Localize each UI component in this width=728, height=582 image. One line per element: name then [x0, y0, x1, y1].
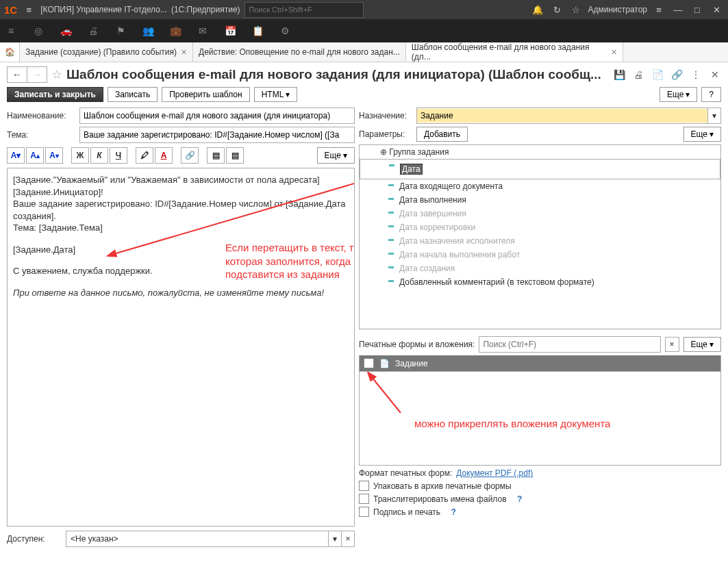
attachment-row[interactable]: 📄 Задание [359, 355, 721, 372]
html-dropdown[interactable]: HTML▾ [254, 87, 298, 102]
help-icon[interactable]: ? [517, 494, 522, 504]
svg-line-1 [372, 377, 401, 413]
close-icon[interactable]: ✕ [709, 69, 721, 80]
more-icon[interactable]: ⋮ [690, 69, 702, 80]
tree-item[interactable]: Дата выполнения [360, 193, 720, 207]
write-close-button[interactable]: Записать и закрыть [7, 87, 103, 102]
help-button[interactable]: ? [701, 87, 721, 102]
tree-item[interactable]: Дата завершения [360, 207, 720, 220]
tree-item[interactable]: Дата [360, 159, 720, 179]
attachments-area: можно прикреплять вложения документа [359, 372, 721, 466]
editor-line: [Задание."Уважаемый" или "Уважаемая" в з… [13, 174, 349, 198]
favorite-icon[interactable]: ☆ [51, 67, 62, 82]
close-window-icon[interactable]: ✕ [709, 5, 724, 15]
chevron-down-icon[interactable]: ▾ [707, 108, 720, 123]
nav-back-icon[interactable]: ← [8, 67, 27, 82]
tree-item[interactable]: Дата корректировки [360, 220, 720, 234]
title-bar: 1C ≡ [КОПИЯ] Управление IT-отдело... (1С… [0, 0, 728, 19]
lifebuoy-icon[interactable]: ◎ [32, 25, 45, 36]
car-icon[interactable]: 🚗 [59, 25, 73, 36]
more-button[interactable]: Еще▾ [660, 87, 697, 102]
save-icon[interactable]: 💾 [613, 69, 625, 80]
tree-item[interactable]: Дата назначения исполнителя [360, 234, 720, 248]
name-input[interactable] [79, 107, 355, 124]
translit-checkbox[interactable] [359, 494, 369, 504]
attach-checkbox[interactable] [364, 358, 374, 368]
add-button[interactable]: Добавить [416, 127, 468, 142]
access-select[interactable]: <Не указан> ▾ × [66, 531, 355, 547]
list-bullet-button[interactable]: ▤ [207, 147, 225, 164]
menu-icon[interactable]: ≡ [4, 25, 18, 36]
star-icon[interactable]: ☆ [568, 5, 583, 15]
body-editor[interactable]: [Задание."Уважаемый" или "Уважаемая" в з… [7, 168, 355, 527]
pack-checkbox[interactable] [359, 481, 369, 491]
attach-label: Задание [395, 359, 428, 368]
tab-template[interactable]: Шаблон сообщения e-mail для нового задан… [406, 42, 623, 62]
print-icon[interactable]: 🖨 [632, 69, 644, 80]
prints-more-button[interactable]: Еще▾ [683, 337, 721, 352]
nav-fwd-icon[interactable]: → [27, 67, 47, 82]
pack-label: Упаковать в архив печатные формы [373, 481, 512, 491]
gear-icon[interactable]: ⚙ [278, 25, 292, 36]
sign-checkbox[interactable] [359, 507, 369, 517]
clipboard-icon[interactable]: 📋 [251, 25, 264, 36]
tree-item[interactable]: Дата начала выполнения работ [360, 248, 720, 262]
history-icon[interactable]: ↻ [549, 5, 564, 15]
font-increase-button[interactable]: A▴ [26, 147, 44, 164]
sign-label: Подпись и печать [373, 507, 440, 517]
help-icon[interactable]: ? [451, 507, 455, 517]
params-tree[interactable]: ⊕ Группа задания Дата Дата входящего док… [359, 144, 721, 329]
print-icon[interactable]: 🖨 [86, 25, 100, 36]
highlight-button[interactable]: 🖍 [136, 147, 153, 164]
insert-link-button[interactable]: 🔗 [181, 147, 199, 164]
tab-task[interactable]: Задание (создание) (Правило события)✕ [20, 42, 193, 62]
close-icon[interactable]: ✕ [611, 48, 617, 57]
font-decrease-button[interactable]: A▾ [45, 147, 63, 164]
briefcase-icon[interactable]: 💼 [168, 25, 182, 36]
users-icon[interactable]: 👥 [141, 25, 155, 36]
calendar-icon[interactable]: 📅 [223, 25, 237, 36]
tree-item[interactable]: Добавленный комментарий (в текстовом фор… [360, 275, 720, 289]
editor-line: При ответе на данное письмо, пожалуйста,… [13, 287, 349, 299]
menu-icon[interactable]: ≡ [21, 5, 36, 15]
link-icon[interactable]: 🔗 [670, 69, 683, 80]
chevron-down-icon[interactable]: ▾ [328, 531, 341, 546]
user-label: Администратор [588, 5, 647, 14]
list-number-button[interactable]: ▤ [226, 147, 244, 164]
dest-select[interactable]: ▾ [416, 107, 721, 124]
format-link[interactable]: Документ PDF (.pdf) [456, 468, 533, 478]
minimize-icon[interactable]: — [670, 5, 686, 15]
bell-icon[interactable]: 🔔 [530, 5, 545, 15]
prints-search-input[interactable] [479, 336, 660, 353]
clear-icon[interactable]: × [341, 531, 354, 546]
tree-root[interactable]: ⊕ Группа задания [360, 145, 720, 159]
tree-item[interactable]: Дата создания [360, 262, 720, 275]
italic-button[interactable]: К [90, 147, 108, 164]
app-logo: 1C [4, 4, 17, 16]
check-template-button[interactable]: Проверить шаблон [162, 87, 249, 102]
editor-more-button[interactable]: Еще▾ [317, 147, 355, 164]
subject-input[interactable] [79, 127, 355, 143]
underline-button[interactable]: Ч [110, 147, 127, 164]
dest-input[interactable] [417, 109, 707, 123]
tree-item[interactable]: Дата входящего документа [360, 179, 720, 193]
font-button[interactable]: A▾ [7, 147, 25, 164]
flag-icon[interactable]: ⚑ [114, 25, 127, 36]
nav-buttons: ← → [7, 66, 47, 83]
report-icon[interactable]: 📄 [651, 69, 664, 80]
global-search-input[interactable] [244, 2, 364, 18]
close-icon[interactable]: ✕ [181, 48, 187, 57]
prints-label: Печатные формы и вложения: [359, 340, 475, 349]
tab-label: Действие: Оповещение по e-mail для новог… [199, 47, 400, 57]
home-tab[interactable]: 🏠 [0, 42, 20, 62]
clear-search-icon[interactable]: × [665, 337, 679, 352]
bold-button[interactable]: Ж [71, 147, 89, 164]
maximize-icon[interactable]: □ [690, 5, 705, 15]
mail-icon[interactable]: ✉ [196, 25, 210, 36]
color-button[interactable]: A [155, 147, 173, 164]
write-button[interactable]: Записать [108, 87, 158, 102]
tab-action[interactable]: Действие: Оповещение по e-mail для новог… [193, 42, 406, 62]
platform-label: (1С:Предприятие) [171, 5, 240, 14]
settings-icon[interactable]: ≡ [651, 5, 666, 15]
params-more-button[interactable]: Еще▾ [683, 127, 721, 142]
